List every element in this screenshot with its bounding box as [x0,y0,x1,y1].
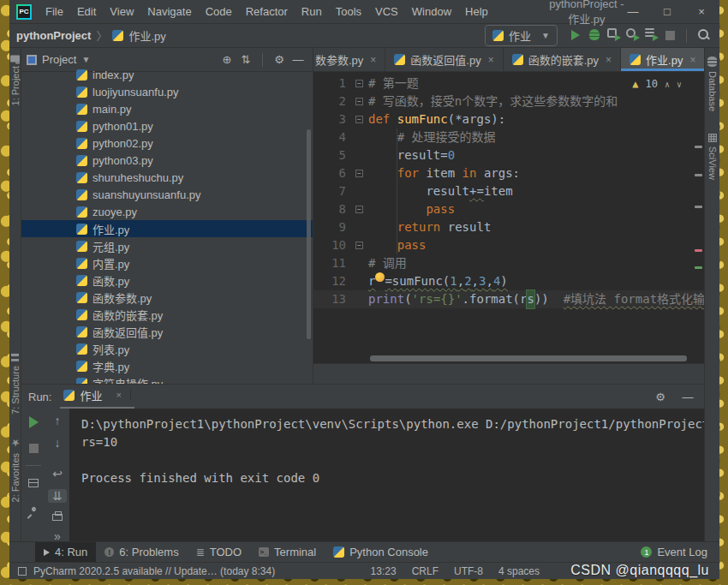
restore-layout-button[interactable] [24,475,43,492]
tree-item[interactable]: 作业.py [21,220,313,237]
close-icon[interactable]: × [606,54,612,66]
next-problem-icon[interactable]: ∨ [677,75,682,93]
code-line[interactable]: 8− pass [313,200,704,218]
editor-tab[interactable]: 函数的嵌套.py× [504,48,621,71]
menu-view[interactable]: View [103,2,140,21]
toolwindow-switcher-icon[interactable] [18,567,27,576]
tool-button-sciview[interactable]: SciView [707,134,718,180]
tree-item[interactable]: index.py [21,66,313,83]
status-widget[interactable]: CRLF [412,565,439,577]
toolwindow-button-problems[interactable]: !6: Problems [96,542,187,562]
toolwindow-button-terminal[interactable]: >_Terminal [250,542,325,562]
code-line[interactable]: 2−# 写函数，接受n个数字，求这些参数数字的和 [313,93,704,110]
pin-tab-button[interactable] [24,500,43,517]
tree-item[interactable]: 内置.py [21,254,313,272]
tree-item[interactable]: 函数.py [21,272,313,289]
tree-item[interactable]: 函数返回值.py [21,323,313,340]
event-log-button[interactable]: 1Event Log [641,542,719,562]
fold-marker-icon[interactable]: − [355,170,363,177]
close-button[interactable]: × [695,5,707,18]
menu-help[interactable]: Help [458,2,495,21]
code-line[interactable]: 6− for item in args: [313,164,704,182]
run-configuration-select[interactable]: 作业 ▼ [485,25,558,46]
tree-item[interactable]: 函数的嵌套.py [21,306,313,323]
status-widget[interactable]: 4 spaces [498,565,540,577]
menu-window[interactable]: Window [405,2,458,21]
fold-marker-icon[interactable]: − [355,80,363,87]
code-editor[interactable]: 1−# 第一题2−# 写函数，接受n个数字，求这些参数数字的和3−def sum… [313,72,704,363]
toolwindow-button-todo[interactable]: ≣TODO [188,542,250,562]
fold-marker-icon[interactable]: − [355,206,363,213]
locate-file-button[interactable]: ⊕ [218,53,236,66]
close-icon[interactable]: × [107,390,130,400]
maximize-button[interactable]: □ [661,5,673,18]
close-icon[interactable]: × [689,54,695,66]
tree-item[interactable]: 函数参数.py [21,289,313,306]
inspection-widget[interactable]: ▲ 10 ∧ ∨ [632,75,682,93]
tree-scrollbar[interactable] [307,129,311,339]
tree-item[interactable]: python02.py [21,134,313,152]
menu-navigate[interactable]: Navigate [140,2,198,21]
hide-panel-button[interactable]: — [289,53,307,66]
tree-item[interactable]: 列表.py [21,340,313,357]
panel-settings-button[interactable]: ⚙ [270,53,289,66]
toolwindow-button-python[interactable]: Python Console [325,542,437,562]
menu-file[interactable]: File [39,2,70,21]
fold-marker-icon[interactable]: − [355,242,363,249]
soft-wrap-button[interactable]: ↩ [48,467,67,481]
fold-marker-icon[interactable]: − [355,98,363,105]
breadcrumb-file[interactable]: 作业.py [128,27,165,44]
print-button[interactable] [48,511,67,521]
run-console-output[interactable]: D:\pythonProject1\pythonProject\venv\Scr… [69,409,704,541]
toolwindow-button-run[interactable]: 4: Run [35,542,96,562]
horizontal-scrollbar[interactable] [370,355,687,361]
code-line[interactable]: 11# 调用 [313,254,704,272]
hide-run-panel-button[interactable]: — [678,391,697,403]
project-panel-title[interactable]: Project [42,53,76,66]
code-line[interactable]: 5 result=0 [313,146,704,164]
menu-tools[interactable]: Tools [329,2,368,21]
close-icon[interactable]: × [370,54,376,66]
menu-refactor[interactable]: Refactor [239,2,295,21]
error-stripe[interactable] [692,72,704,363]
rerun-button[interactable] [24,414,43,431]
scroll-to-end-button[interactable]: ⇊ [48,489,67,503]
tree-item[interactable]: python01.py [21,117,313,134]
code-line[interactable]: 7 result+=item [313,182,704,200]
down-stacktrace-button[interactable]: ↓ [48,436,67,450]
fold-marker-icon[interactable]: − [355,116,363,123]
coverage-button[interactable] [604,28,623,43]
minimize-button[interactable]: — [627,5,639,18]
editor-tab[interactable]: 函数返回值.py× [385,48,503,71]
code-line[interactable]: 10− pass [313,236,704,254]
tool-button-favorites[interactable]: 2: Favorites ★ [9,437,21,502]
editor-tab[interactable]: 作业.py× [621,48,704,71]
menu-run[interactable]: Run [295,2,329,21]
tree-item[interactable]: main.py [21,100,313,117]
concurrency-button[interactable] [641,28,660,43]
stop-button[interactable] [660,29,679,43]
tree-item[interactable]: zuoye.py [21,203,313,220]
tool-button-structure[interactable]: 7: Structure [9,354,21,415]
status-widget[interactable]: 13:23 [371,565,397,577]
code-line[interactable]: 3−def sumFunc(*args): [313,110,704,128]
breadcrumb-project[interactable]: pythonProject [16,29,91,42]
tree-item[interactable]: suanshuyunsuanfu.py [21,186,313,203]
code-line[interactable]: 12r=sumFunc(1,2,3,4) [313,272,704,290]
stop-process-button[interactable] [24,439,43,457]
tree-item[interactable]: python03.py [21,152,313,169]
menu-code[interactable]: Code [199,2,239,21]
tool-button-database[interactable]: Database [707,57,718,111]
close-icon[interactable]: × [488,54,494,66]
menu-edit[interactable]: Edit [70,2,103,21]
code-line[interactable]: 9 return result [313,218,704,236]
editor-tab[interactable]: 数参数.py× [313,48,385,71]
tree-item[interactable]: 字典.py [21,357,313,374]
tree-item[interactable]: 字符串操作.py [21,374,313,384]
up-stacktrace-button[interactable]: ↑ [48,414,67,427]
search-everywhere-button[interactable] [694,28,713,43]
tree-item[interactable]: shuruheshuchu.py [21,169,313,186]
code-line[interactable]: 13print('rs={}'.format(rs)) #填坑法 format格… [313,290,704,308]
tree-item[interactable]: 元组.py [21,237,313,254]
tool-button-project[interactable]: 1: Project [10,55,21,105]
